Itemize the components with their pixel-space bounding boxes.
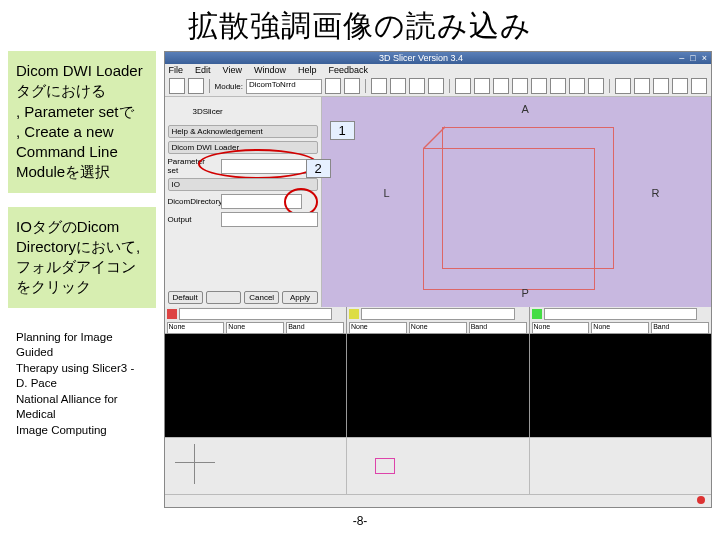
callout-1: Dicom DWI Loader タグにおける , Parameter setで…	[8, 51, 156, 193]
maximize-icon[interactable]: □	[690, 53, 695, 63]
tool-icon[interactable]	[409, 78, 425, 94]
axis-p: P	[522, 287, 529, 299]
annotation-badge-1: 1	[330, 121, 355, 140]
close-icon[interactable]: ×	[702, 53, 707, 63]
slice-fit-icon[interactable]	[699, 309, 709, 319]
callout-2: IOタグのDicom Directoryにおいて, フォルダアイコン をクリック	[8, 207, 156, 308]
tool-icon[interactable]	[531, 78, 547, 94]
window-titlebar: 3D Slicer Version 3.4 – □ ×	[165, 52, 711, 64]
slice-viewport[interactable]	[347, 334, 528, 437]
blank-button[interactable]	[206, 291, 241, 304]
3d-viewport[interactable]: A L R P 1 2	[322, 97, 711, 307]
slice-slider[interactable]	[544, 308, 697, 320]
tool-icon[interactable]	[455, 78, 471, 94]
manipulator-panel[interactable]	[165, 438, 347, 494]
tool-icon[interactable]	[390, 78, 406, 94]
tool-icon[interactable]	[493, 78, 509, 94]
bottom-panel-3[interactable]	[530, 438, 711, 494]
menu-edit[interactable]: Edit	[195, 65, 211, 75]
app-window: 3D Slicer Version 3.4 – □ × File Edit Vi…	[164, 51, 712, 508]
module-selector[interactable]: DicomToNrrd	[246, 79, 322, 94]
annotation-badge-2: 2	[306, 159, 331, 178]
tool-icon[interactable]	[550, 78, 566, 94]
slicer-logo-icon	[168, 100, 190, 122]
slice-fit-icon[interactable]	[517, 309, 527, 319]
minimize-icon[interactable]: –	[679, 53, 684, 63]
tool-icon[interactable]	[588, 78, 604, 94]
credit-text: Planning for Image Guided Therapy using …	[8, 322, 156, 447]
menu-feedback[interactable]: Feedback	[328, 65, 368, 75]
axis-r: R	[652, 187, 660, 199]
output-dropdown[interactable]	[221, 212, 318, 227]
menu-bar: File Edit View Window Help Feedback	[165, 64, 711, 76]
bounding-cube	[442, 127, 614, 269]
nav-next-icon[interactable]	[344, 78, 360, 94]
dicom-dir-field[interactable]	[221, 194, 302, 209]
load-icon[interactable]	[169, 78, 185, 94]
status-indicator-icon	[697, 496, 705, 504]
nav-prev-icon[interactable]	[325, 78, 341, 94]
save-icon[interactable]	[188, 78, 204, 94]
bottom-panel-2[interactable]	[347, 438, 529, 494]
slice-viewport[interactable]	[530, 334, 711, 437]
slice-viewport[interactable]	[165, 334, 346, 437]
tool-icon[interactable]	[569, 78, 585, 94]
slice-label-select[interactable]: Band	[286, 322, 344, 334]
slice-color-icon[interactable]	[532, 309, 542, 319]
slice-color-icon[interactable]	[349, 309, 359, 319]
param-label: Parameter set	[168, 157, 218, 175]
slice-fg-select[interactable]: None	[591, 322, 649, 334]
param-set-dropdown[interactable]	[221, 159, 318, 174]
slide-title: 拡散強調画像の読み込み	[0, 0, 720, 51]
axis-a: A	[522, 103, 529, 115]
menu-view[interactable]: View	[223, 65, 242, 75]
selection-icon	[375, 458, 395, 474]
bottom-panels	[165, 437, 711, 494]
slice-bg-select[interactable]: None	[532, 322, 590, 334]
axis-l: L	[384, 187, 390, 199]
tool-icon[interactable]	[691, 78, 707, 94]
toolbar: Module: DicomToNrrd	[165, 76, 711, 97]
default-button[interactable]: Default	[168, 291, 203, 304]
module-label: Module:	[215, 82, 243, 91]
tool-icon[interactable]	[672, 78, 688, 94]
module-panel: 3DSlicer Help & Acknowledgement Dicom DW…	[165, 97, 322, 307]
crosshair-icon	[175, 444, 215, 484]
slice-color-icon[interactable]	[167, 309, 177, 319]
cancel-button[interactable]: Cancel	[244, 291, 279, 304]
slice-label-select[interactable]: Band	[651, 322, 709, 334]
slice-views: NoneNoneBand NoneNoneBand NoneNoneBand	[165, 307, 711, 437]
output-label: Output	[168, 215, 218, 224]
slice-coronal: NoneNoneBand	[529, 307, 711, 437]
slice-label-select[interactable]: Band	[469, 322, 527, 334]
tool-icon[interactable]	[615, 78, 631, 94]
io-section[interactable]: IO	[168, 178, 318, 191]
loader-section[interactable]: Dicom DWI Loader	[168, 141, 318, 154]
status-bar	[165, 494, 711, 507]
slice-bg-select[interactable]: None	[167, 322, 225, 334]
tool-icon[interactable]	[474, 78, 490, 94]
slice-fit-icon[interactable]	[334, 309, 344, 319]
slice-fg-select[interactable]: None	[409, 322, 467, 334]
slice-axial: NoneNoneBand	[165, 307, 346, 437]
tool-icon[interactable]	[653, 78, 669, 94]
tool-icon[interactable]	[371, 78, 387, 94]
tool-icon[interactable]	[512, 78, 528, 94]
folder-icon[interactable]	[305, 195, 318, 208]
slice-slider[interactable]	[361, 308, 514, 320]
slice-fg-select[interactable]: None	[226, 322, 284, 334]
apply-button[interactable]: Apply	[282, 291, 317, 304]
welcome-row: 3DSlicer	[168, 100, 318, 122]
slice-slider[interactable]	[179, 308, 332, 320]
slice-sagittal: NoneNoneBand	[346, 307, 528, 437]
menu-help[interactable]: Help	[298, 65, 317, 75]
page-number: -8-	[0, 514, 720, 528]
menu-window[interactable]: Window	[254, 65, 286, 75]
tool-icon[interactable]	[634, 78, 650, 94]
menu-file[interactable]: File	[169, 65, 184, 75]
dicom-dir-label: DicomDirectory	[168, 197, 218, 206]
help-section[interactable]: Help & Acknowledgement	[168, 125, 318, 138]
tool-icon[interactable]	[428, 78, 444, 94]
slice-bg-select[interactable]: None	[349, 322, 407, 334]
